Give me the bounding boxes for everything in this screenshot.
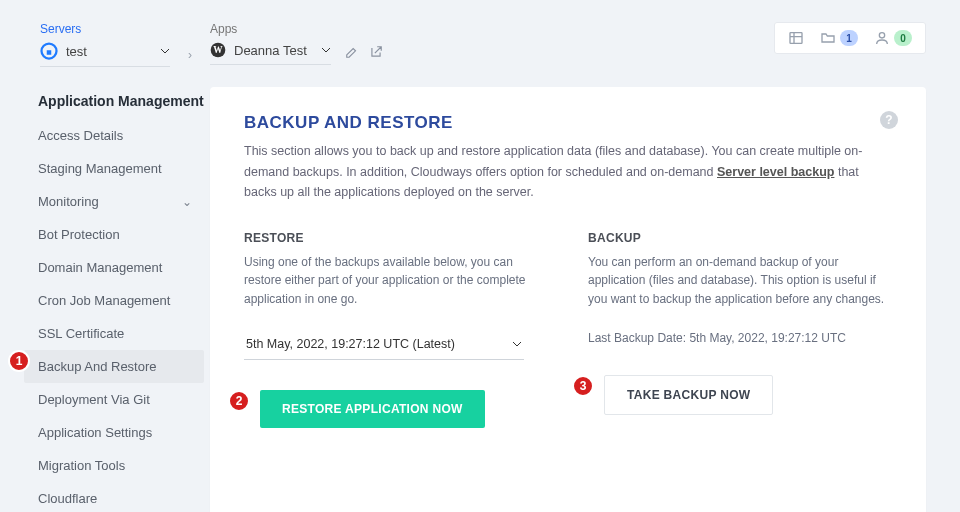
chevron-down-icon: ⌄ — [182, 195, 192, 209]
callout-3: 3 — [572, 375, 594, 397]
folder-icon — [820, 30, 836, 46]
sidebar-item-label: Cloudflare — [38, 491, 97, 506]
wordpress-icon: W — [210, 42, 226, 58]
backup-desc: You can perform an on-demand backup of y… — [588, 253, 892, 309]
page-description: This section allows you to back up and r… — [244, 141, 884, 203]
caret-down-icon — [512, 339, 522, 349]
restore-backup-select[interactable]: 5th May, 2022, 19:27:12 UTC (Latest) — [244, 329, 524, 360]
sidebar-item-label: Deployment Via Git — [38, 392, 150, 407]
svg-rect-4 — [790, 33, 802, 44]
take-backup-button[interactable]: TAKE BACKUP NOW — [604, 375, 773, 415]
backup-title: BACKUP — [588, 231, 892, 245]
user-badge: 0 — [894, 30, 912, 46]
edit-icon[interactable] — [345, 45, 359, 59]
sidebar-item-domain-management[interactable]: Domain Management — [24, 251, 204, 284]
sidebar-item-label: Bot Protection — [38, 227, 120, 242]
caret-down-icon[interactable] — [321, 45, 331, 55]
sidebar-item-label: SSL Certificate — [38, 326, 124, 341]
sidebar-item-ssl-certificate[interactable]: SSL Certificate — [24, 317, 204, 350]
apps-label: Apps — [210, 22, 331, 36]
sidebar-item-cloudflare[interactable]: Cloudflare — [24, 482, 204, 512]
sidebar-item-migration-tools[interactable]: Migration Tools — [24, 449, 204, 482]
sidebar-item-cron-job-management[interactable]: Cron Job Management — [24, 284, 204, 317]
sidebar-item-backup-and-restore[interactable]: Backup And Restore1 — [24, 350, 204, 383]
callout-2: 2 — [228, 390, 250, 412]
sidebar-item-label: Backup And Restore — [38, 359, 157, 374]
restore-title: RESTORE — [244, 231, 548, 245]
external-link-icon[interactable] — [369, 45, 383, 59]
svg-point-5 — [879, 33, 884, 38]
sidebar-title: Application Management — [38, 93, 204, 109]
server-provider-icon — [40, 42, 58, 60]
svg-text:W: W — [213, 45, 223, 55]
main-panel: ? BACKUP AND RESTORE This section allows… — [210, 87, 926, 512]
user-icon — [874, 30, 890, 46]
users-button[interactable]: 0 — [874, 30, 912, 46]
callout-1: 1 — [8, 350, 30, 372]
caret-down-icon[interactable] — [160, 46, 170, 56]
restore-selected-value: 5th May, 2022, 19:27:12 UTC (Latest) — [246, 337, 455, 351]
apps-breadcrumb[interactable]: Apps W Deanna Test — [210, 22, 331, 65]
sidebar-item-label: Staging Management — [38, 161, 162, 176]
sidebar-item-staging-management[interactable]: Staging Management — [24, 152, 204, 185]
app-name: Deanna Test — [234, 43, 307, 58]
sidebar-item-bot-protection[interactable]: Bot Protection — [24, 218, 204, 251]
help-icon[interactable]: ? — [880, 111, 898, 129]
restore-section: RESTORE Using one of the backups availab… — [244, 231, 548, 428]
sidebar-item-label: Migration Tools — [38, 458, 125, 473]
grid-icon[interactable] — [788, 30, 804, 46]
restore-desc: Using one of the backups available below… — [244, 253, 548, 309]
backup-section: BACKUP You can perform an on-demand back… — [588, 231, 892, 428]
server-level-backup-link[interactable]: Server level backup — [717, 165, 834, 179]
servers-label: Servers — [40, 22, 170, 36]
sidebar: Application Management Access DetailsSta… — [0, 87, 210, 512]
sidebar-item-label: Cron Job Management — [38, 293, 170, 308]
inbox-button[interactable]: 1 — [820, 30, 858, 46]
sidebar-item-label: Domain Management — [38, 260, 162, 275]
chevron-right-icon: › — [188, 48, 192, 62]
sidebar-item-application-settings[interactable]: Application Settings — [24, 416, 204, 449]
sidebar-item-access-details[interactable]: Access Details — [24, 119, 204, 152]
sidebar-item-label: Access Details — [38, 128, 123, 143]
servers-breadcrumb[interactable]: Servers test — [40, 22, 170, 67]
sidebar-item-monitoring[interactable]: Monitoring⌄ — [24, 185, 204, 218]
sidebar-item-deployment-via-git[interactable]: Deployment Via Git — [24, 383, 204, 416]
last-backup-info: Last Backup Date: 5th May, 2022, 19:27:1… — [588, 331, 892, 345]
sidebar-item-label: Application Settings — [38, 425, 152, 440]
restore-application-button[interactable]: RESTORE APPLICATION NOW — [260, 390, 485, 428]
svg-rect-1 — [47, 50, 52, 55]
page-title: BACKUP AND RESTORE — [244, 113, 892, 133]
server-name: test — [66, 44, 87, 59]
top-action-bar: 1 0 — [774, 22, 926, 54]
sidebar-item-label: Monitoring — [38, 194, 99, 209]
notif-badge: 1 — [840, 30, 858, 46]
